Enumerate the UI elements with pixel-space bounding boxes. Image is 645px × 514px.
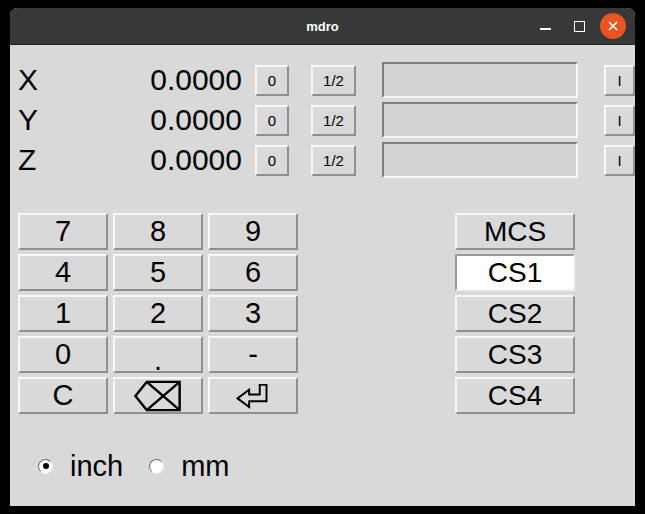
key-5[interactable]: 5: [113, 254, 203, 291]
key-3[interactable]: 3: [208, 295, 298, 332]
numeric-keypad: 7 8 9 4 5 6 1 2 3 0 . - C: [18, 213, 298, 414]
mm-radio-button[interactable]: [149, 459, 164, 474]
maximize-button[interactable]: [566, 13, 592, 39]
axis-z-incremental-button[interactable]: I: [604, 145, 635, 176]
cs-button-cs2[interactable]: CS2: [455, 295, 575, 332]
minimize-icon: [540, 28, 551, 30]
cs-button-cs3[interactable]: CS3: [455, 336, 575, 373]
inch-radio-button[interactable]: [38, 459, 53, 474]
close-icon: [607, 20, 619, 32]
backspace-icon: [133, 380, 183, 412]
axis-x-label: X: [18, 63, 56, 97]
titlebar-controls: [532, 8, 626, 44]
axis-z-value: 0.0000: [56, 143, 242, 177]
axis-y-half-button[interactable]: 1/2: [311, 105, 356, 136]
unit-option-mm[interactable]: mm: [149, 450, 229, 483]
mdro-window: mdro X 0.0000 0 1/2 I Y: [10, 8, 635, 506]
axis-x-half-button[interactable]: 1/2: [311, 65, 356, 96]
key-backspace[interactable]: [113, 377, 203, 414]
cs-button-mcs[interactable]: MCS: [455, 213, 575, 250]
coordinate-system-buttons: MCS CS1 CS2 CS3 CS4: [455, 213, 575, 414]
axis-y-zero-button[interactable]: 0: [255, 105, 289, 136]
window-title: mdro: [306, 19, 339, 34]
titlebar: mdro: [10, 8, 635, 45]
unit-option-inch[interactable]: inch: [38, 450, 123, 483]
radio-dot: [43, 463, 49, 469]
axis-z-entry[interactable]: [382, 142, 578, 178]
key-6[interactable]: 6: [208, 254, 298, 291]
minimize-button[interactable]: [532, 13, 558, 39]
key-8[interactable]: 8: [113, 213, 203, 250]
mm-radio-label: mm: [181, 450, 229, 483]
axis-row-z: Z 0.0000 0 1/2 I: [10, 140, 635, 180]
axis-row-y: Y 0.0000 0 1/2 I: [10, 100, 635, 140]
key-1[interactable]: 1: [18, 295, 108, 332]
axis-y-value: 0.0000: [56, 103, 242, 137]
axis-x-value: 0.0000: [56, 63, 242, 97]
key-clear[interactable]: C: [18, 377, 108, 414]
axis-z-zero-button[interactable]: 0: [255, 145, 289, 176]
axis-z-half-button[interactable]: 1/2: [311, 145, 356, 176]
key-0[interactable]: 0: [18, 336, 108, 373]
axis-y-incremental-button[interactable]: I: [604, 105, 635, 136]
key-decimal-point[interactable]: .: [113, 336, 203, 373]
cs-button-cs4[interactable]: CS4: [455, 377, 575, 414]
axis-x-zero-button[interactable]: 0: [255, 65, 289, 96]
key-2[interactable]: 2: [113, 295, 203, 332]
keypad-and-cs-section: 7 8 9 4 5 6 1 2 3 0 . - C: [10, 213, 635, 414]
maximize-icon: [574, 21, 585, 32]
axis-y-entry[interactable]: [382, 102, 578, 138]
key-minus[interactable]: -: [208, 336, 298, 373]
cs-button-cs1[interactable]: CS1: [455, 254, 575, 291]
key-enter[interactable]: [208, 377, 298, 414]
screenshot-root: { "window": { "title": "mdro" }, "axes":…: [0, 0, 645, 514]
axis-row-x: X 0.0000 0 1/2 I: [10, 60, 635, 100]
key-4[interactable]: 4: [18, 254, 108, 291]
key-7[interactable]: 7: [18, 213, 108, 250]
units-section: inch mm: [10, 446, 635, 486]
axis-z-label: Z: [18, 143, 56, 177]
axis-x-entry[interactable]: [382, 62, 578, 98]
axis-readout-section: X 0.0000 0 1/2 I Y 0.0000 0 1/2 I Z 0.00…: [10, 60, 635, 180]
axis-y-label: Y: [18, 103, 56, 137]
close-button[interactable]: [600, 13, 626, 39]
axis-x-incremental-button[interactable]: I: [604, 65, 635, 96]
key-9[interactable]: 9: [208, 213, 298, 250]
inch-radio-label: inch: [70, 450, 123, 483]
enter-icon: [234, 382, 272, 409]
